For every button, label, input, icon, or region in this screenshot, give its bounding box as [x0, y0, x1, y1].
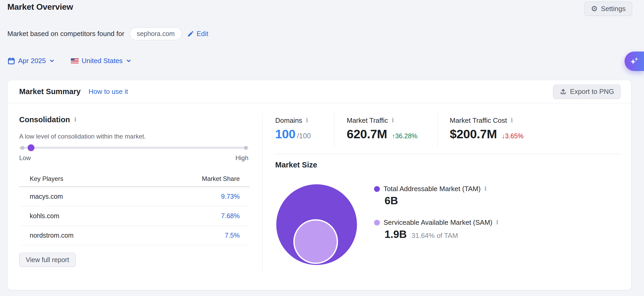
page-title: Market Overview	[7, 2, 73, 12]
info-icon[interactable]: i	[392, 117, 394, 123]
market-traffic-label: Market Traffic	[347, 116, 388, 125]
player-domain: kohls.com	[30, 212, 59, 220]
market-traffic-value: 620.7M	[347, 127, 387, 141]
slider-end-dot-right	[244, 146, 248, 150]
slider-low-label: Low	[19, 154, 31, 162]
sam-legend-row: Serviceable Available Market (SAM) i	[374, 218, 498, 227]
info-icon[interactable]: i	[74, 116, 76, 122]
market-summary-card: Market Summary How to use it Export to P…	[7, 80, 631, 290]
tam-legend-label: Total Addressable Market (TAM)	[384, 185, 481, 193]
metric-market-traffic: Market Traffic i 620.7M ↑36.28%	[347, 116, 417, 141]
settings-button[interactable]: ⚙ Settings	[584, 2, 632, 16]
gear-icon: ⚙	[591, 5, 598, 13]
date-filter-label: Apr 2025	[18, 57, 46, 65]
info-icon[interactable]: i	[496, 219, 498, 225]
upload-icon	[560, 88, 567, 95]
market-share-header: Market Share	[202, 175, 240, 182]
column-divider	[262, 113, 263, 271]
export-to-png-button[interactable]: Export to PNG	[553, 85, 621, 99]
table-row: nordstrom.com 7.5%	[19, 226, 250, 245]
sam-legend-dot	[374, 220, 380, 226]
tam-legend-dot	[374, 186, 380, 192]
metrics-divider	[275, 154, 621, 154]
info-icon[interactable]: i	[484, 185, 487, 191]
player-share-link[interactable]: 7.68%	[221, 212, 240, 220]
player-domain: nordstrom.com	[30, 232, 74, 239]
market-source-row: Market based on competitors found for se…	[7, 27, 208, 40]
key-players-table: Key Players Market Share macys.com 9.73%…	[19, 171, 250, 245]
market-traffic-change: ↑36.28%	[392, 132, 417, 140]
metric-divider	[437, 113, 438, 147]
pencil-icon	[187, 30, 194, 37]
sparkles-icon	[629, 56, 640, 67]
consolidation-title-text: Consolidation	[19, 115, 70, 124]
consolidation-title: Consolidation i	[19, 115, 76, 124]
market-traffic-cost-label: Market Traffic Cost	[450, 116, 507, 125]
filters-row: Apr 2025 United States	[7, 57, 132, 65]
market-size-title: Market Size	[275, 161, 317, 169]
info-icon[interactable]: i	[511, 117, 513, 123]
domains-label: Domains	[275, 116, 302, 125]
table-row: kohls.com 7.68%	[19, 206, 250, 226]
market-traffic-cost-value: $200.7M	[450, 127, 497, 141]
edit-market-link[interactable]: Edit	[187, 30, 208, 38]
slider-track	[19, 147, 248, 149]
sam-value-row: 1.9B 31.64% of TAM	[385, 228, 458, 240]
sam-percent-of-tam: 31.64% of TAM	[412, 232, 458, 240]
table-header-row: Key Players Market Share	[19, 171, 250, 187]
consolidation-description: A low level of consolidation within the …	[19, 133, 146, 140]
table-row: macys.com 9.73%	[19, 187, 250, 206]
tam-legend-row: Total Addressable Market (TAM) i	[374, 185, 487, 193]
us-flag-icon	[71, 58, 79, 64]
metric-divider	[334, 113, 334, 147]
tam-value: 6B	[385, 195, 398, 207]
ai-assistant-button[interactable]	[625, 52, 644, 71]
key-players-header: Key Players	[30, 175, 63, 182]
country-filter-dropdown[interactable]: United States	[71, 57, 132, 65]
view-full-report-label: View full report	[26, 256, 69, 264]
view-full-report-button[interactable]: View full report	[19, 253, 76, 267]
date-filter-dropdown[interactable]: Apr 2025	[7, 57, 55, 65]
slider-knob[interactable]	[28, 144, 34, 151]
player-share-link[interactable]: 7.5%	[225, 232, 240, 239]
consolidation-slider	[19, 144, 248, 151]
export-button-label: Export to PNG	[570, 88, 614, 96]
settings-button-label: Settings	[601, 5, 626, 13]
sam-legend-label: Serviceable Available Market (SAM)	[384, 218, 492, 227]
market-traffic-cost-change: ↓3.65%	[502, 132, 523, 140]
metric-market-traffic-cost: Market Traffic Cost i $200.7M ↓3.65%	[450, 116, 524, 141]
sam-circle	[293, 219, 338, 264]
how-to-use-link[interactable]: How to use it	[89, 88, 128, 96]
market-source-text: Market based on competitors found for	[7, 30, 124, 38]
seed-domain-pill[interactable]: sephora.com	[130, 27, 182, 40]
metric-domains: Domains i 100 /100	[275, 116, 311, 141]
domains-value[interactable]: 100	[275, 127, 295, 141]
card-header: Market Summary How to use it Export to P…	[8, 80, 631, 103]
country-filter-label: United States	[82, 57, 123, 65]
info-icon[interactable]: i	[306, 117, 308, 123]
sam-value: 1.9B	[385, 228, 407, 240]
calendar-icon	[7, 57, 15, 65]
player-domain: macys.com	[30, 193, 63, 200]
card-title: Market Summary	[19, 87, 81, 96]
slider-labels: Low High	[19, 154, 248, 162]
edit-link-label: Edit	[197, 30, 208, 38]
domains-suffix: /100	[297, 132, 311, 140]
slider-end-dot-left	[21, 146, 24, 150]
player-share-link[interactable]: 9.73%	[221, 193, 240, 200]
slider-high-label: High	[236, 154, 248, 162]
chevron-down-icon	[126, 58, 132, 64]
chevron-down-icon	[49, 58, 55, 64]
